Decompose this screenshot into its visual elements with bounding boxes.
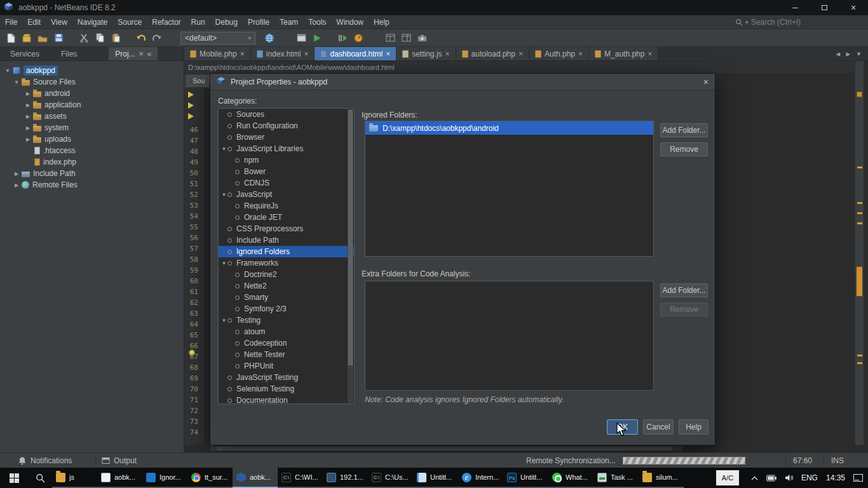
profile-button[interactable] bbox=[351, 31, 365, 45]
taskbar-app[interactable]: 192.1... bbox=[323, 468, 368, 488]
cut-button[interactable] bbox=[77, 31, 91, 45]
open-project-button[interactable] bbox=[36, 31, 50, 45]
taskbar-app[interactable]: Intern... bbox=[458, 468, 503, 488]
tree-item[interactable]: index.php bbox=[0, 156, 184, 168]
tab-close-icon[interactable]: × bbox=[519, 50, 523, 58]
dialog-titlebar[interactable]: Project Properties - aobkppd × bbox=[210, 74, 715, 90]
category-item[interactable]: Nette Tester bbox=[219, 349, 354, 360]
scroll-tabs-left-icon[interactable]: ◀ bbox=[836, 51, 840, 57]
ignored-folder-item[interactable]: D:\xampp\htdocs\aobkppd\android bbox=[365, 121, 653, 135]
tree-item[interactable]: application bbox=[0, 99, 184, 111]
category-arrow-icon[interactable] bbox=[220, 261, 227, 266]
tree-arrow-icon[interactable] bbox=[24, 114, 32, 119]
taskbar-app[interactable]: aobk... bbox=[233, 468, 278, 488]
cancel-button[interactable]: Cancel bbox=[643, 419, 674, 435]
bookmark-icon[interactable] bbox=[188, 113, 194, 119]
tree-arrow-icon[interactable] bbox=[24, 91, 32, 97]
category-item[interactable]: Sources bbox=[219, 109, 354, 120]
category-arrow-icon[interactable] bbox=[220, 318, 227, 323]
taskbar-app[interactable]: Task ... bbox=[593, 468, 639, 488]
editor-tab[interactable]: dashboard.html × bbox=[315, 47, 397, 60]
extra-remove-button[interactable]: Remove bbox=[660, 302, 708, 316]
notifications-button[interactable]: Notifications bbox=[18, 453, 72, 468]
category-item[interactable]: PHPUnit bbox=[219, 360, 354, 372]
taskbar-search-button[interactable] bbox=[28, 468, 52, 488]
error-stripe[interactable] bbox=[855, 61, 864, 445]
ignored-remove-button[interactable]: Remove bbox=[660, 142, 708, 156]
action-center-icon[interactable] bbox=[853, 474, 863, 482]
window-group-button[interactable] bbox=[383, 31, 397, 45]
debug-button[interactable] bbox=[336, 31, 349, 45]
maximize-button[interactable] bbox=[810, 0, 839, 15]
run-config-select[interactable]: <default> ▾ bbox=[180, 32, 255, 44]
new-file-button[interactable] bbox=[4, 31, 18, 45]
category-item[interactable]: Browser bbox=[219, 132, 354, 143]
ignored-add-folder-button[interactable]: Add Folder... bbox=[660, 123, 708, 137]
editor-tab[interactable]: autoload.php × bbox=[456, 47, 529, 60]
taskbar-app[interactable]: js bbox=[52, 468, 97, 488]
taskbar-app[interactable]: silum... bbox=[639, 468, 684, 488]
tree-item[interactable]: .htaccess bbox=[0, 145, 184, 156]
categories-scroll-thumb[interactable] bbox=[348, 110, 353, 365]
scroll-tabs-right-icon[interactable]: ▶ bbox=[846, 51, 850, 57]
category-item[interactable]: Run Configuration bbox=[219, 120, 354, 132]
clock[interactable]: 14:35 bbox=[826, 473, 845, 482]
category-item[interactable]: Selenium Testing bbox=[219, 383, 354, 395]
categories-scrollbar[interactable] bbox=[348, 109, 353, 403]
taskbar-app[interactable]: Untitl... bbox=[413, 468, 458, 488]
menu-item[interactable]: Team bbox=[275, 15, 303, 29]
close-panel-icon[interactable]: × bbox=[139, 50, 144, 58]
tree-item[interactable]: system bbox=[0, 122, 184, 133]
category-item[interactable]: JavaScript Libraries bbox=[219, 143, 354, 154]
paste-button[interactable] bbox=[109, 31, 123, 45]
ignored-folders-list[interactable]: D:\xampp\htdocs\aobkppd\android bbox=[365, 121, 654, 257]
sync-progressbar[interactable] bbox=[623, 457, 745, 464]
warning-mark[interactable] bbox=[857, 355, 862, 356]
copy-button[interactable] bbox=[93, 31, 107, 45]
taskbar-app[interactable]: What... bbox=[548, 468, 593, 488]
category-item[interactable]: JavaScript Testing bbox=[219, 372, 354, 383]
run-button[interactable] bbox=[310, 31, 324, 45]
editor-hscrollbar[interactable] bbox=[210, 445, 683, 452]
keyboard-layout-button[interactable]: A/C bbox=[716, 470, 739, 485]
menu-item[interactable]: Source bbox=[112, 15, 147, 29]
editor-gutter[interactable]: 4647484950515253545556575859606162636465… bbox=[184, 88, 203, 445]
dock-windows-button[interactable] bbox=[399, 31, 413, 45]
tab-list-icon[interactable]: ▼ bbox=[856, 51, 862, 57]
redo-button[interactable] bbox=[150, 31, 164, 45]
taskbar-app[interactable]: C:\Us... bbox=[368, 468, 413, 488]
tree-arrow-icon[interactable] bbox=[24, 102, 32, 108]
dialog-close-icon[interactable]: × bbox=[703, 78, 709, 86]
extra-add-folder-button[interactable]: Add Folder... bbox=[660, 283, 708, 297]
warning-mark[interactable] bbox=[857, 212, 862, 214]
category-item[interactable]: Bower bbox=[219, 166, 354, 177]
taskbar-app[interactable]: tt_sur... bbox=[187, 468, 233, 488]
category-item[interactable]: CDNJS bbox=[219, 177, 354, 189]
output-button[interactable]: Output bbox=[102, 453, 137, 468]
menu-item[interactable]: View bbox=[46, 15, 72, 29]
source-view-button[interactable]: Sou bbox=[187, 76, 211, 86]
undo-button[interactable] bbox=[134, 31, 148, 45]
tree-arrow-icon[interactable] bbox=[13, 171, 20, 177]
tab-services[interactable]: Services bbox=[4, 47, 46, 60]
extra-folders-list[interactable] bbox=[365, 281, 654, 391]
warning-mark[interactable] bbox=[857, 166, 862, 168]
warning-mark[interactable] bbox=[857, 202, 862, 204]
tree-item[interactable]: Include Path bbox=[0, 168, 184, 179]
language-indicator[interactable]: ENG bbox=[801, 473, 818, 482]
category-item[interactable]: Frameworks bbox=[219, 257, 354, 269]
tree-arrow-icon[interactable] bbox=[24, 125, 32, 131]
category-item[interactable]: npm bbox=[219, 154, 354, 166]
taskbar-app[interactable]: aobk... bbox=[97, 468, 142, 488]
category-item[interactable]: JavaScript bbox=[219, 189, 354, 200]
category-item[interactable]: atoum bbox=[219, 326, 354, 337]
tree-item[interactable]: uploads bbox=[0, 133, 184, 145]
category-item[interactable]: Documentation bbox=[219, 395, 354, 404]
editor-tab[interactable]: Auth.php × bbox=[529, 47, 589, 60]
minimize-panel-icon[interactable]: « bbox=[147, 50, 152, 58]
quick-search[interactable]: ▾ Search (Ctrl+I) bbox=[735, 15, 801, 29]
help-button[interactable]: Help bbox=[679, 419, 709, 435]
menu-item[interactable]: Run bbox=[186, 15, 210, 29]
start-button[interactable] bbox=[0, 468, 28, 488]
web-browser-button[interactable] bbox=[262, 31, 276, 45]
